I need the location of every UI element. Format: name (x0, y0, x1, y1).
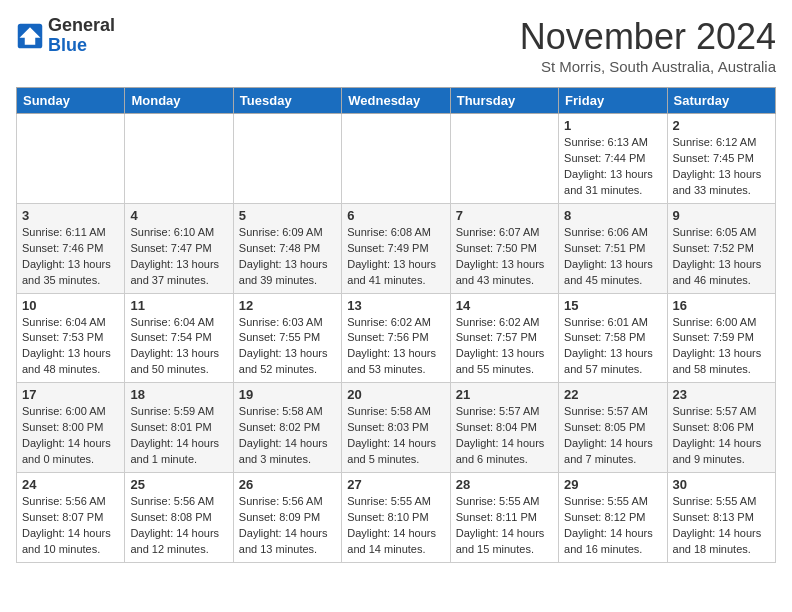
day-info: Sunrise: 5:56 AMSunset: 8:07 PMDaylight:… (22, 494, 119, 558)
page-header: General Blue November 2024 St Morris, So… (16, 16, 776, 75)
calendar-header-saturday: Saturday (667, 88, 775, 114)
calendar-cell: 22Sunrise: 5:57 AMSunset: 8:05 PMDayligh… (559, 383, 667, 473)
calendar-cell (17, 114, 125, 204)
day-number: 29 (564, 477, 661, 492)
calendar-cell: 24Sunrise: 5:56 AMSunset: 8:07 PMDayligh… (17, 473, 125, 563)
day-info: Sunrise: 5:58 AMSunset: 8:02 PMDaylight:… (239, 404, 336, 468)
day-number: 18 (130, 387, 227, 402)
day-number: 5 (239, 208, 336, 223)
logo: General Blue (16, 16, 115, 56)
calendar-header-row: SundayMondayTuesdayWednesdayThursdayFrid… (17, 88, 776, 114)
day-number: 13 (347, 298, 444, 313)
day-number: 19 (239, 387, 336, 402)
calendar-cell: 2Sunrise: 6:12 AMSunset: 7:45 PMDaylight… (667, 114, 775, 204)
day-info: Sunrise: 6:06 AMSunset: 7:51 PMDaylight:… (564, 225, 661, 289)
calendar-cell: 18Sunrise: 5:59 AMSunset: 8:01 PMDayligh… (125, 383, 233, 473)
day-number: 16 (673, 298, 770, 313)
logo-general-text: General (48, 15, 115, 35)
logo-blue-text: Blue (48, 35, 87, 55)
day-info: Sunrise: 5:55 AMSunset: 8:12 PMDaylight:… (564, 494, 661, 558)
calendar-week-3: 10Sunrise: 6:04 AMSunset: 7:53 PMDayligh… (17, 293, 776, 383)
location: St Morris, South Australia, Australia (520, 58, 776, 75)
calendar-cell: 3Sunrise: 6:11 AMSunset: 7:46 PMDaylight… (17, 203, 125, 293)
calendar-cell: 29Sunrise: 5:55 AMSunset: 8:12 PMDayligh… (559, 473, 667, 563)
calendar-cell: 19Sunrise: 5:58 AMSunset: 8:02 PMDayligh… (233, 383, 341, 473)
day-number: 14 (456, 298, 553, 313)
day-number: 8 (564, 208, 661, 223)
day-number: 27 (347, 477, 444, 492)
day-info: Sunrise: 5:57 AMSunset: 8:04 PMDaylight:… (456, 404, 553, 468)
calendar-cell: 25Sunrise: 5:56 AMSunset: 8:08 PMDayligh… (125, 473, 233, 563)
day-number: 30 (673, 477, 770, 492)
calendar-header-monday: Monday (125, 88, 233, 114)
calendar-cell: 12Sunrise: 6:03 AMSunset: 7:55 PMDayligh… (233, 293, 341, 383)
calendar-header-tuesday: Tuesday (233, 88, 341, 114)
calendar-cell: 13Sunrise: 6:02 AMSunset: 7:56 PMDayligh… (342, 293, 450, 383)
calendar-cell: 5Sunrise: 6:09 AMSunset: 7:48 PMDaylight… (233, 203, 341, 293)
day-number: 20 (347, 387, 444, 402)
day-number: 15 (564, 298, 661, 313)
title-block: November 2024 St Morris, South Australia… (520, 16, 776, 75)
day-info: Sunrise: 6:02 AMSunset: 7:56 PMDaylight:… (347, 315, 444, 379)
day-info: Sunrise: 6:09 AMSunset: 7:48 PMDaylight:… (239, 225, 336, 289)
calendar-cell: 15Sunrise: 6:01 AMSunset: 7:58 PMDayligh… (559, 293, 667, 383)
day-info: Sunrise: 6:04 AMSunset: 7:53 PMDaylight:… (22, 315, 119, 379)
calendar-cell (342, 114, 450, 204)
calendar-cell: 8Sunrise: 6:06 AMSunset: 7:51 PMDaylight… (559, 203, 667, 293)
day-number: 24 (22, 477, 119, 492)
calendar-cell (125, 114, 233, 204)
calendar-cell: 10Sunrise: 6:04 AMSunset: 7:53 PMDayligh… (17, 293, 125, 383)
day-number: 9 (673, 208, 770, 223)
day-info: Sunrise: 5:56 AMSunset: 8:08 PMDaylight:… (130, 494, 227, 558)
calendar-cell: 4Sunrise: 6:10 AMSunset: 7:47 PMDaylight… (125, 203, 233, 293)
calendar-cell (233, 114, 341, 204)
day-info: Sunrise: 6:12 AMSunset: 7:45 PMDaylight:… (673, 135, 770, 199)
day-info: Sunrise: 6:00 AMSunset: 8:00 PMDaylight:… (22, 404, 119, 468)
calendar-cell: 23Sunrise: 5:57 AMSunset: 8:06 PMDayligh… (667, 383, 775, 473)
day-number: 28 (456, 477, 553, 492)
calendar-cell: 6Sunrise: 6:08 AMSunset: 7:49 PMDaylight… (342, 203, 450, 293)
day-info: Sunrise: 6:00 AMSunset: 7:59 PMDaylight:… (673, 315, 770, 379)
day-info: Sunrise: 6:03 AMSunset: 7:55 PMDaylight:… (239, 315, 336, 379)
day-number: 1 (564, 118, 661, 133)
day-info: Sunrise: 5:56 AMSunset: 8:09 PMDaylight:… (239, 494, 336, 558)
day-number: 26 (239, 477, 336, 492)
day-number: 2 (673, 118, 770, 133)
day-number: 11 (130, 298, 227, 313)
day-number: 21 (456, 387, 553, 402)
calendar-cell: 16Sunrise: 6:00 AMSunset: 7:59 PMDayligh… (667, 293, 775, 383)
day-number: 25 (130, 477, 227, 492)
calendar-cell: 27Sunrise: 5:55 AMSunset: 8:10 PMDayligh… (342, 473, 450, 563)
day-number: 12 (239, 298, 336, 313)
day-info: Sunrise: 5:55 AMSunset: 8:10 PMDaylight:… (347, 494, 444, 558)
day-number: 10 (22, 298, 119, 313)
day-info: Sunrise: 6:11 AMSunset: 7:46 PMDaylight:… (22, 225, 119, 289)
calendar-cell: 17Sunrise: 6:00 AMSunset: 8:00 PMDayligh… (17, 383, 125, 473)
calendar-header-friday: Friday (559, 88, 667, 114)
calendar-cell: 7Sunrise: 6:07 AMSunset: 7:50 PMDaylight… (450, 203, 558, 293)
day-info: Sunrise: 5:57 AMSunset: 8:05 PMDaylight:… (564, 404, 661, 468)
month-title: November 2024 (520, 16, 776, 58)
calendar-week-2: 3Sunrise: 6:11 AMSunset: 7:46 PMDaylight… (17, 203, 776, 293)
calendar-cell: 14Sunrise: 6:02 AMSunset: 7:57 PMDayligh… (450, 293, 558, 383)
day-info: Sunrise: 6:05 AMSunset: 7:52 PMDaylight:… (673, 225, 770, 289)
calendar-cell (450, 114, 558, 204)
day-info: Sunrise: 5:58 AMSunset: 8:03 PMDaylight:… (347, 404, 444, 468)
calendar-body: 1Sunrise: 6:13 AMSunset: 7:44 PMDaylight… (17, 114, 776, 563)
calendar-week-5: 24Sunrise: 5:56 AMSunset: 8:07 PMDayligh… (17, 473, 776, 563)
day-number: 17 (22, 387, 119, 402)
calendar-cell: 9Sunrise: 6:05 AMSunset: 7:52 PMDaylight… (667, 203, 775, 293)
day-info: Sunrise: 6:08 AMSunset: 7:49 PMDaylight:… (347, 225, 444, 289)
day-info: Sunrise: 6:04 AMSunset: 7:54 PMDaylight:… (130, 315, 227, 379)
day-info: Sunrise: 6:02 AMSunset: 7:57 PMDaylight:… (456, 315, 553, 379)
calendar-cell: 28Sunrise: 5:55 AMSunset: 8:11 PMDayligh… (450, 473, 558, 563)
calendar-cell: 30Sunrise: 5:55 AMSunset: 8:13 PMDayligh… (667, 473, 775, 563)
calendar-header-thursday: Thursday (450, 88, 558, 114)
day-number: 7 (456, 208, 553, 223)
calendar-cell: 11Sunrise: 6:04 AMSunset: 7:54 PMDayligh… (125, 293, 233, 383)
day-info: Sunrise: 5:55 AMSunset: 8:11 PMDaylight:… (456, 494, 553, 558)
day-number: 4 (130, 208, 227, 223)
day-number: 22 (564, 387, 661, 402)
day-info: Sunrise: 6:10 AMSunset: 7:47 PMDaylight:… (130, 225, 227, 289)
day-number: 23 (673, 387, 770, 402)
